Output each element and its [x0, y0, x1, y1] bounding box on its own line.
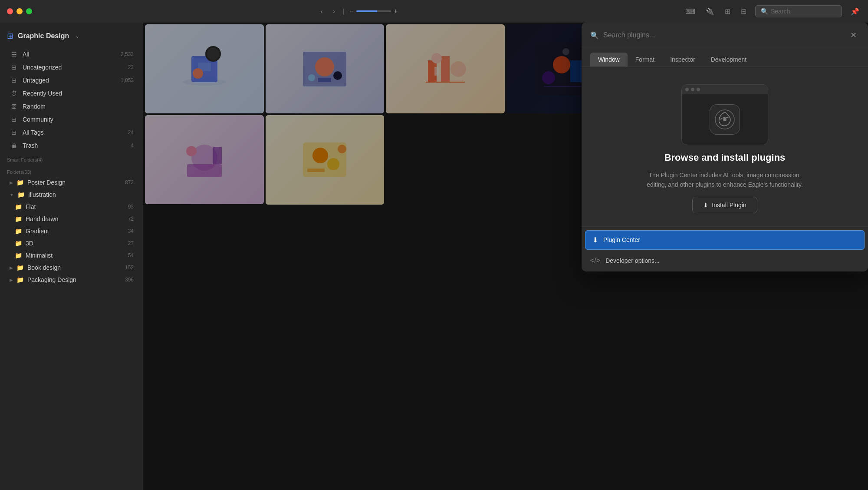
plugin-search-input[interactable] — [603, 31, 843, 39]
zoom-bar: − + — [350, 7, 398, 15]
folder-item-hand-drawn[interactable]: 📁 Hand drawn 72 — [3, 213, 141, 225]
sidebar-item-recently-used[interactable]: ⏱ Recently Used — [3, 87, 141, 100]
folder-icon: 📁 — [15, 240, 22, 247]
zoom-slider[interactable] — [356, 10, 391, 12]
zoom-in-button[interactable]: + — [394, 7, 398, 15]
plugin-footer: ⬇ Plugin Center </> Developer options... — [582, 226, 868, 271]
filter-icon[interactable]: ⊟ — [739, 6, 748, 17]
folder-icon: 📁 — [16, 276, 24, 283]
folder-icon: 📁 — [16, 179, 24, 186]
sidebar-item-count: 23 — [128, 64, 134, 70]
folder-expand-icon: ▶ — [10, 265, 13, 270]
layout-icon[interactable]: ⊞ — [723, 6, 732, 17]
preview-tl-3 — [697, 88, 700, 91]
global-search-bar[interactable]: 🔍 Search — [755, 5, 842, 17]
folder-count: 872 — [125, 179, 134, 185]
nav-forward-button[interactable]: › — [330, 6, 338, 17]
search-placeholder: Search — [771, 8, 790, 15]
preview-titlebar — [682, 85, 768, 94]
plugin-panel: 🔍 ✕ Window Format Inspector Development — [582, 23, 868, 271]
folder-label: Flat — [26, 203, 125, 210]
plugin-description: The Plugin Center includes AI tools, ima… — [642, 170, 807, 190]
workspace-icon: ⊞ — [7, 31, 13, 41]
tab-format[interactable]: Format — [628, 53, 662, 66]
search-icon: 🔍 — [761, 8, 768, 15]
tab-window[interactable]: Window — [590, 53, 628, 66]
folder-icon: 📁 — [17, 191, 25, 198]
folder-item-gradient[interactable]: 📁 Gradient 34 — [3, 225, 141, 237]
main-layout: ⊞ Graphic Design ⌄ ☰ All 2,533 ⊟ Uncateg… — [0, 23, 868, 490]
extensions-icon[interactable]: ⌨ — [684, 6, 697, 17]
folder-label: Packaging Design — [27, 276, 122, 283]
folder-item-illustration[interactable]: ▼ 📁 Illustration — [3, 189, 141, 201]
sidebar-item-count: 24 — [128, 129, 134, 136]
content-grid: 🔍 ✕ Window Format Inspector Development — [143, 23, 868, 490]
sidebar-item-label: All — [23, 51, 116, 58]
folder-item-packaging-design[interactable]: ▶ 📁 Packaging Design 396 — [3, 274, 141, 286]
sidebar-item-community[interactable]: ⊟ Community — [3, 113, 141, 126]
developer-options-icon: </> — [590, 257, 600, 265]
sidebar-item-trash[interactable]: 🗑 Trash 4 — [3, 139, 141, 152]
smart-folders-label: Smart Folders(4) — [0, 152, 143, 164]
preview-body — [682, 94, 768, 145]
trash-icon: 🗑 — [10, 142, 18, 149]
sidebar-item-label: Uncategorized — [23, 64, 124, 71]
minimize-button[interactable] — [16, 8, 23, 14]
folder-label: Hand drawn — [26, 215, 125, 222]
plugin-menu-item-developer-options[interactable]: </> Developer options... — [582, 252, 868, 270]
folder-expand-icon: ▶ — [10, 180, 13, 185]
sidebar-item-all-tags[interactable]: ⊟ All Tags 24 — [3, 126, 141, 139]
folder-count: 54 — [128, 252, 134, 258]
folder-count: 34 — [128, 228, 134, 234]
plugin-panel-close-button[interactable]: ✕ — [848, 30, 859, 41]
sidebar-item-label: All Tags — [23, 129, 124, 136]
folder-icon: 📁 — [16, 264, 24, 271]
eagle-logo — [710, 104, 740, 135]
tab-inspector[interactable]: Inspector — [662, 53, 703, 66]
svg-point-43 — [723, 118, 727, 121]
pin-icon[interactable]: 📌 — [849, 6, 861, 17]
workspace-title: Graphic Design — [18, 32, 69, 40]
sidebar-item-all[interactable]: ☰ All 2,533 — [3, 48, 141, 61]
plugin-main-title: Browse and install plugins — [664, 152, 786, 163]
recently-used-icon: ⏱ — [10, 90, 18, 97]
sidebar-item-untagged[interactable]: ⊟ Untagged 1,053 — [3, 74, 141, 87]
folder-label: Gradient — [26, 228, 125, 235]
folder-icon: 📁 — [15, 215, 22, 222]
plugin-menu-item-plugin-center[interactable]: ⬇ Plugin Center — [585, 230, 865, 250]
folder-item-3d[interactable]: 📁 3D 27 — [3, 237, 141, 249]
nav-back-button[interactable]: ‹ — [318, 6, 326, 17]
titlebar: ‹ › | − + ⌨ 🔌 ⊞ ⊟ 🔍 Search 📌 — [0, 0, 868, 23]
folder-item-minimalist[interactable]: 📁 Minimalist 54 — [3, 249, 141, 262]
nav-separator: | — [343, 8, 345, 15]
folder-count: 93 — [128, 204, 134, 210]
close-button[interactable] — [7, 8, 13, 14]
folder-icon: 📁 — [15, 203, 22, 210]
install-plugin-button[interactable]: ⬇ Install Plugin — [692, 197, 757, 213]
install-icon: ⬇ — [703, 202, 708, 209]
folder-item-flat[interactable]: 📁 Flat 93 — [3, 201, 141, 213]
tab-development[interactable]: Development — [703, 53, 755, 66]
workspace-chevron-icon: ⌄ — [75, 33, 79, 39]
folder-item-book-design[interactable]: ▶ 📁 Book design 152 — [3, 262, 141, 274]
folder-expand-icon: ▼ — [10, 192, 14, 197]
sidebar-item-count: 1,053 — [121, 77, 134, 83]
install-label: Install Plugin — [712, 202, 746, 209]
traffic-lights — [7, 8, 32, 14]
sidebar-item-label: Random — [23, 103, 134, 110]
sidebar-item-count: 4 — [131, 142, 134, 149]
all-icon: ☰ — [10, 51, 18, 58]
workspace-header[interactable]: ⊞ Graphic Design ⌄ — [0, 28, 143, 48]
folder-count: 72 — [128, 216, 134, 222]
folder-label: Minimalist — [26, 252, 125, 259]
plugin-search-bar: 🔍 ✕ — [582, 23, 868, 48]
folder-item-poster-design[interactable]: ▶ 📁 Poster Design 872 — [3, 176, 141, 189]
folder-count: 396 — [125, 277, 134, 283]
folder-label: Book design — [27, 264, 122, 271]
plugins-icon[interactable]: 🔌 — [704, 6, 716, 17]
sidebar-item-random[interactable]: ⚄ Random — [3, 100, 141, 113]
sidebar-item-label: Recently Used — [23, 90, 134, 97]
sidebar-item-uncategorized[interactable]: ⊟ Uncategorized 23 — [3, 61, 141, 74]
maximize-button[interactable] — [26, 8, 32, 14]
zoom-out-button[interactable]: − — [350, 7, 354, 15]
